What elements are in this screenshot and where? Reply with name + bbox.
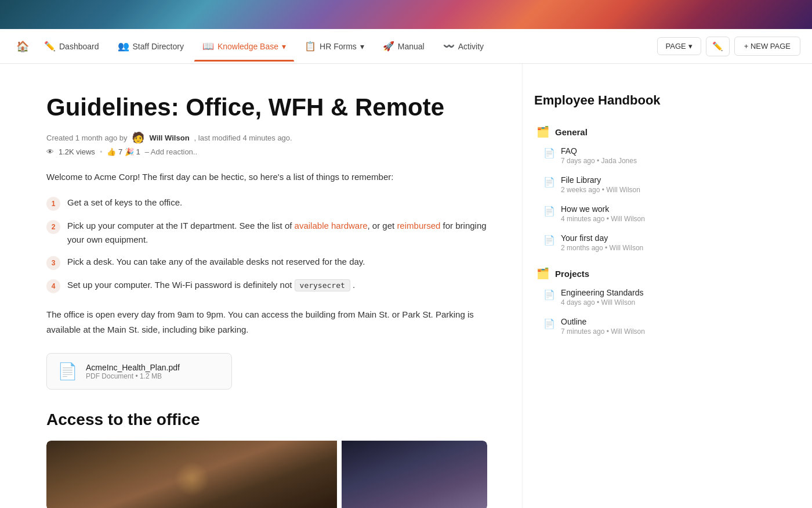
meta-row: Created 1 month ago by 🧑 Will Wilson , l… <box>46 131 487 144</box>
body-text: The office is open every day from 9am to… <box>46 307 487 337</box>
nav-item-manual[interactable]: 🚀 Manual <box>375 36 433 56</box>
doc-meta: 4 days ago • Will Wilson <box>561 298 686 307</box>
pencil-icon: ✏️ <box>712 41 723 51</box>
attachment[interactable]: 📄 AcmeInc_Health_Plan.pdf PDF Document •… <box>46 353 232 390</box>
list-text-2: Pick up your computer at the IT departme… <box>67 219 487 247</box>
knowledge-icon: 📖 <box>202 41 214 52</box>
doc-info: Outline 7 minutes ago • Will Wilson <box>561 317 686 336</box>
doc-item-your-first-day[interactable]: 📄 Your first day 2 months ago • Will Wil… <box>539 229 690 257</box>
doc-info: How we work 4 minutes ago • Will Wilson <box>561 204 686 223</box>
nav-item-activity[interactable]: 〰️ Activity <box>435 36 492 56</box>
list-text-3: Pick a desk. You can take any of the ava… <box>67 255 365 269</box>
doc-meta: 7 minutes ago • Will Wilson <box>561 327 686 336</box>
pdf-icon: 📄 <box>57 362 78 381</box>
code-verysecret: verysecret <box>295 279 350 291</box>
list-text-4: Set up your computer. The Wi-Fi password… <box>67 278 355 292</box>
sidebar: Employee Handbook 🗂️ General 📄 FAQ 7 day… <box>522 64 708 508</box>
doc-icon: 📄 <box>543 147 555 158</box>
doc-icon: 📄 <box>543 176 555 188</box>
doc-info: Your first day 2 months ago • Will Wilso… <box>561 233 686 252</box>
doc-item-faq[interactable]: 📄 FAQ 7 days ago • Jada Jones <box>539 142 690 170</box>
nav-item-dashboard[interactable]: ✏️ Dashboard <box>36 36 107 56</box>
doc-meta: 2 months ago • Will Wilson <box>561 244 686 252</box>
navigation: 🏠 ✏️ Dashboard 👥 Staff Directory 📖 Knowl… <box>0 29 812 64</box>
folder-general: 🗂️ General 📄 FAQ 7 days ago • Jada Jones… <box>534 122 690 257</box>
doc-item-file-library[interactable]: 📄 File Library 2 weeks ago • Will Wilson <box>539 171 690 199</box>
staff-icon: 👥 <box>118 41 129 52</box>
attachment-name: AcmeInc_Health_Plan.pdf <box>86 363 180 372</box>
photo-strip <box>46 441 487 508</box>
photo-left <box>46 441 337 508</box>
doc-icon: 📄 <box>543 289 555 300</box>
numbered-list: 1 Get a set of keys to the office. 2 Pic… <box>46 196 487 293</box>
list-num-3: 3 <box>46 256 60 270</box>
nav-right: PAGE ▾ ✏️ + NEW PAGE <box>657 37 800 56</box>
folder-projects: 🗂️ Projects 📄 Engineering Standards 4 da… <box>534 264 690 340</box>
section-title: Access to the office <box>46 410 487 429</box>
doc-icon: 📄 <box>543 235 555 246</box>
views-count: 1.2K views <box>59 147 95 156</box>
list-item: 2 Pick up your computer at the IT depart… <box>46 219 487 247</box>
doc-icon: 📄 <box>543 206 555 217</box>
main-layout: Guidelines: Office, WFH & Remote Created… <box>0 64 812 508</box>
doc-icon: 📄 <box>543 318 555 329</box>
nav-item-staff-directory[interactable]: 👥 Staff Directory <box>110 36 192 56</box>
folder-icon: 🗂️ <box>536 125 549 138</box>
main-content: Guidelines: Office, WFH & Remote Created… <box>0 64 522 508</box>
add-reaction-button[interactable]: – Add reaction.. <box>145 147 197 156</box>
list-num-2: 2 <box>46 220 60 234</box>
list-item: 4 Set up your computer. The Wi-Fi passwo… <box>46 278 487 293</box>
page-banner <box>0 0 812 29</box>
chevron-down-icon: ▾ <box>360 42 364 51</box>
created-text: Created 1 month ago by <box>46 134 127 142</box>
page-title: Guidelines: Office, WFH & Remote <box>46 93 487 122</box>
manual-icon: 🚀 <box>383 41 394 52</box>
list-item: 3 Pick a desk. You can take any of the a… <box>46 255 487 270</box>
page-button[interactable]: PAGE ▾ <box>657 37 701 55</box>
list-item: 1 Get a set of keys to the office. <box>46 196 487 211</box>
doc-item-engineering-standards[interactable]: 📄 Engineering Standards 4 days ago • Wil… <box>539 283 690 311</box>
folder-projects-header[interactable]: 🗂️ Projects <box>534 264 690 283</box>
folder-icon: 🗂️ <box>536 267 549 280</box>
chevron-down-icon: ▾ <box>282 42 286 51</box>
new-page-button[interactable]: + NEW PAGE <box>734 37 800 56</box>
list-text-1: Get a set of keys to the office. <box>67 196 182 210</box>
attachment-meta: PDF Document • 1.2 MB <box>86 372 180 380</box>
doc-meta: 4 minutes ago • Will Wilson <box>561 215 686 223</box>
dashboard-icon: ✏️ <box>44 41 56 52</box>
chevron-down-icon: ▾ <box>688 42 693 51</box>
doc-info: Engineering Standards 4 days ago • Will … <box>561 288 686 307</box>
doc-info: File Library 2 weeks ago • Will Wilson <box>561 175 686 194</box>
reactions: 👍 7 🎉 1 <box>107 147 140 156</box>
doc-info: FAQ 7 days ago • Jada Jones <box>561 146 686 165</box>
views-icon: 👁 <box>46 147 54 156</box>
folder-general-header[interactable]: 🗂️ General <box>534 122 690 142</box>
activity-icon: 〰️ <box>443 41 455 52</box>
sidebar-title: Employee Handbook <box>534 93 690 108</box>
stats-row: 👁 1.2K views • 👍 7 🎉 1 – Add reaction.. <box>46 147 487 156</box>
author-avatar: 🧑 <box>132 131 144 144</box>
list-num-4: 4 <box>46 279 60 293</box>
dot-separator: • <box>100 147 103 156</box>
author-name: Will Wilson <box>149 134 189 142</box>
reimbursed-link[interactable]: reimbursed <box>397 221 440 230</box>
doc-item-outline[interactable]: 📄 Outline 7 minutes ago • Will Wilson <box>539 312 690 340</box>
modified-text: , last modified 4 minutes ago. <box>194 134 292 142</box>
list-num-1: 1 <box>46 197 60 211</box>
doc-meta: 2 weeks ago • Will Wilson <box>561 186 686 194</box>
edit-button[interactable]: ✏️ <box>706 37 730 56</box>
folder-projects-items: 📄 Engineering Standards 4 days ago • Wil… <box>534 283 690 340</box>
home-icon[interactable]: 🏠 <box>12 35 34 57</box>
photo-right <box>342 441 487 508</box>
available-hardware-link[interactable]: available hardware <box>295 221 368 230</box>
intro-text: Welcome to Acme Corp! The first day can … <box>46 170 487 184</box>
folder-general-items: 📄 FAQ 7 days ago • Jada Jones 📄 File Lib… <box>534 142 690 257</box>
doc-meta: 7 days ago • Jada Jones <box>561 157 686 165</box>
forms-icon: 📋 <box>304 41 316 52</box>
doc-item-how-we-work[interactable]: 📄 How we work 4 minutes ago • Will Wilso… <box>539 200 690 228</box>
nav-item-hr-forms[interactable]: 📋 HR Forms ▾ <box>296 36 372 56</box>
nav-left: 🏠 ✏️ Dashboard 👥 Staff Directory 📖 Knowl… <box>12 35 657 57</box>
nav-item-knowledge-base[interactable]: 📖 Knowledge Base ▾ <box>194 36 294 56</box>
attachment-info: AcmeInc_Health_Plan.pdf PDF Document • 1… <box>86 363 180 380</box>
